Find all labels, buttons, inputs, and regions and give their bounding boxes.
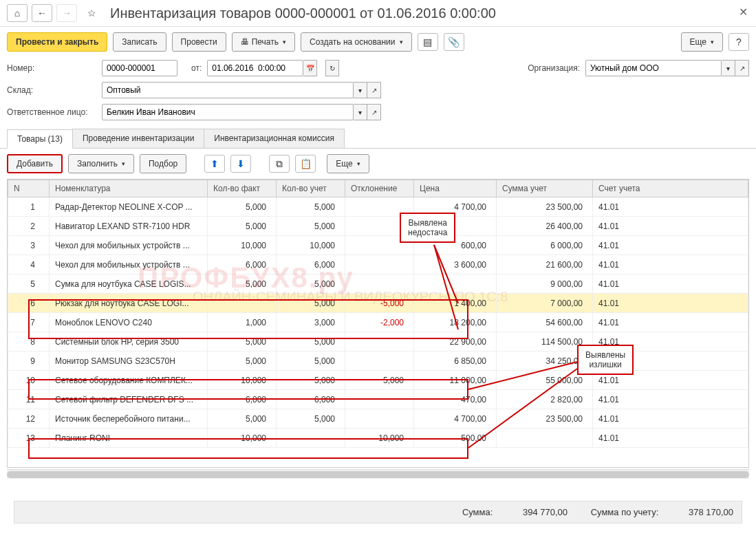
tab-goods[interactable]: Товары (13) (7, 129, 73, 149)
report-icon[interactable]: ▤ (418, 33, 438, 51)
page-title: Инвентаризация товаров 0000-000001 от 01… (110, 6, 496, 21)
chevron-down-icon[interactable]: ▾ (354, 82, 367, 98)
warehouse-field[interactable] (102, 82, 354, 98)
table-row[interactable]: 12Источник бесперебойного питани...5,000… (8, 409, 748, 429)
table-row[interactable]: 13Планинг RONI10,00010,000500,0041.01 (8, 429, 748, 448)
open-icon[interactable]: ↗ (367, 82, 381, 98)
col-price[interactable]: Цена (414, 180, 497, 197)
col-account[interactable]: Счет учета (593, 180, 748, 197)
table-row[interactable]: 5Сумка для ноутбука CASE LOGIS...5,0005,… (8, 274, 748, 294)
org-field[interactable] (585, 60, 722, 76)
chevron-down-icon: ▾ (283, 39, 286, 45)
org-label: Организация: (528, 63, 580, 73)
move-down-icon[interactable]: ⬇ (230, 155, 251, 173)
help-icon[interactable]: ? (728, 33, 749, 51)
from-label: от: (191, 63, 202, 73)
sum-acc-label: Сумма по учету: (591, 507, 659, 517)
totals-bar: Сумма: 394 770,00 Сумма по учету: 378 17… (14, 501, 742, 523)
printer-icon: 🖶 (241, 37, 249, 47)
shortage-callout: Выявлена недостача (400, 213, 455, 243)
sum-label: Сумма: (462, 507, 493, 517)
post-and-close-button[interactable]: Провести и закрыть (7, 32, 107, 52)
goods-table[interactable]: N Номенклатура Кол-во факт Кол-во учет О… (7, 179, 749, 468)
col-item[interactable]: Номенклатура (50, 180, 208, 197)
paste-icon[interactable]: 📋 (295, 155, 316, 173)
fill-button[interactable]: Заполнить▾ (68, 154, 134, 173)
chevron-down-icon: ▾ (400, 39, 403, 45)
forward-icon: → (56, 4, 77, 22)
col-dev[interactable]: Отклонение (345, 180, 414, 197)
col-qty-acc[interactable]: Кол-во учет (277, 180, 345, 197)
surplus-callout: Выявлены излишки (577, 345, 634, 375)
star-icon[interactable]: ☆ (81, 4, 102, 22)
tab-conduct[interactable]: Проведение инвентаризации (72, 129, 204, 148)
table-row[interactable]: 8Системный блок HP, серия 35005,0005,000… (8, 332, 748, 352)
sum-acc-value: 378 170,00 (689, 507, 733, 517)
sum-value: 394 770,00 (523, 507, 568, 517)
chevron-down-icon[interactable]: ▾ (354, 104, 367, 120)
move-up-icon[interactable]: ⬆ (204, 155, 225, 173)
close-icon[interactable]: ✕ (739, 6, 748, 19)
col-n[interactable]: N (8, 180, 50, 197)
post-button[interactable]: Провести (172, 32, 226, 52)
more-button[interactable]: Еще▾ (681, 32, 723, 52)
open-icon[interactable]: ↗ (735, 60, 749, 76)
back-icon[interactable]: ← (32, 4, 52, 22)
table-row[interactable]: 7Моноблок LENOVO C2401,0003,000-2,00018 … (8, 313, 748, 332)
col-qty-fact[interactable]: Кол-во факт (208, 180, 277, 197)
responsible-field[interactable] (102, 104, 354, 120)
chevron-down-icon: ▾ (357, 160, 360, 167)
chevron-down-icon: ▾ (122, 160, 125, 167)
responsible-label: Ответственное лицо: (7, 107, 96, 117)
number-label: Номер: (7, 63, 96, 73)
refresh-icon[interactable]: ↻ (325, 60, 339, 76)
number-field[interactable] (102, 60, 177, 76)
chevron-down-icon: ▾ (711, 39, 714, 45)
open-icon[interactable]: ↗ (367, 104, 381, 120)
chevron-down-icon[interactable]: ▾ (722, 60, 735, 76)
print-button[interactable]: 🖶Печать▾ (232, 32, 295, 52)
table-row[interactable]: 10Сетевое оборудование КОМПЛЕК...10,0005… (8, 371, 748, 390)
write-button[interactable]: Записать (113, 32, 166, 52)
table-row[interactable]: 9Монитор SAMSUNG S23C570H5,0005,0006 850… (8, 352, 748, 371)
table-row[interactable]: 2Навигатор LEXAND STR-7100 HDR5,0005,000… (8, 217, 748, 236)
pick-button[interactable]: Подбор (140, 154, 186, 173)
table-row[interactable]: 1Радар-Детектор NEOLINE X-COP ...5,0005,… (8, 197, 748, 217)
table-row[interactable]: 6Рюкзак для ноутбука CASE LOGI...5,000-5… (8, 294, 748, 313)
tab-commission[interactable]: Инвентаризационная комиссия (204, 129, 345, 148)
add-button[interactable]: Добавить (7, 154, 63, 173)
warehouse-label: Склад: (7, 85, 96, 95)
date-field[interactable] (207, 60, 303, 76)
copy-icon[interactable]: ⧉ (269, 155, 290, 173)
col-sum-acc[interactable]: Сумма учет (497, 180, 593, 197)
calendar-icon[interactable]: 📅 (303, 60, 317, 76)
table-more-button[interactable]: Еще▾ (327, 154, 369, 173)
table-row[interactable]: 4Чехол для мобильных устройств ...6,0006… (8, 255, 748, 274)
table-row[interactable]: 11Сетевой фильтр DEFENDER DFS ...6,0006,… (8, 390, 748, 409)
home-icon[interactable]: ⌂ (7, 4, 28, 22)
create-based-button[interactable]: Создать на основании▾ (301, 32, 412, 52)
h-scrollbar[interactable] (7, 469, 749, 479)
attach-icon[interactable]: 📎 (444, 33, 464, 51)
table-row[interactable]: 3Чехол для мобильных устройств ...10,000… (8, 236, 748, 255)
